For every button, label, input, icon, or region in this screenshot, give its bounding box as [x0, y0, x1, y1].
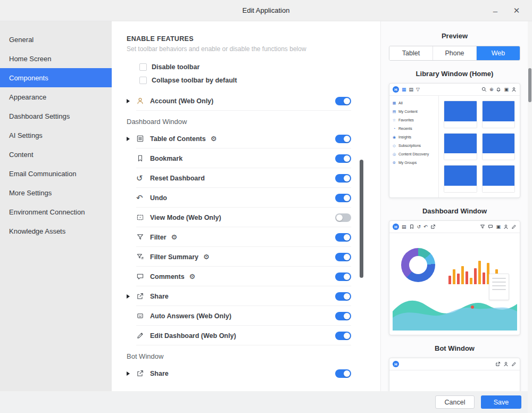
person-icon	[503, 224, 509, 229]
list-item-label: My Groups	[398, 161, 417, 164]
content-tile	[482, 133, 516, 161]
toggle-view-mode[interactable]	[335, 213, 351, 222]
sidebar-item-content[interactable]: Content	[0, 145, 112, 164]
checkbox-icon[interactable]	[139, 77, 147, 84]
expand-arrow-icon[interactable]	[127, 137, 136, 141]
sidebar-item-label: Home Screen	[9, 55, 51, 63]
dashboard-window-title: Dashboard Window	[389, 207, 520, 215]
list-view-icon: ▤	[409, 87, 414, 92]
list-item: ◎Content Discovery	[392, 150, 436, 158]
sidebar-item-ai-settings[interactable]: AI Settings	[0, 126, 112, 145]
expand-arrow-icon[interactable]	[127, 371, 136, 376]
disable-toolbar-checkbox-row[interactable]: Disable toolbar	[139, 60, 380, 73]
toggle-filter-summary[interactable]	[335, 253, 351, 261]
feature-row-reset-dashboard: ↺ Reset Dashboard	[127, 168, 351, 188]
list-item: ◉Insights	[392, 133, 436, 141]
sidebar-item-knowledge-assets[interactable]: Knowledge Assets	[0, 221, 112, 241]
toggle-table-of-contents[interactable]	[335, 135, 351, 143]
window-scrollbar[interactable]	[528, 21, 532, 413]
bot-preview-toolbar: H	[389, 358, 520, 370]
toggle-edit-dashboard[interactable]	[335, 332, 351, 340]
list-item: ▦All	[392, 98, 436, 107]
add-icon: ⊕	[489, 87, 494, 92]
subscriptions-icon: ◇	[392, 144, 396, 147]
toggle-auto-answers[interactable]	[335, 312, 351, 320]
share-icon	[136, 369, 150, 377]
sidebar-item-home-screen[interactable]: Home Screen	[0, 49, 112, 68]
minimize-icon[interactable]: –	[486, 0, 504, 21]
toggle-bookmark[interactable]	[335, 154, 351, 163]
checkbox-label: Collapse toolbar by default	[152, 77, 237, 84]
filter-icon: ▽	[416, 87, 420, 92]
toggle-comments[interactable]	[335, 272, 351, 281]
app-logo-badge: H	[393, 361, 399, 367]
sidebar-item-general[interactable]: General	[0, 30, 112, 49]
sidebar-item-label: Email Communication	[9, 170, 76, 178]
tab-web[interactable]: Web	[476, 46, 520, 60]
close-icon[interactable]: ✕	[508, 0, 526, 21]
feature-label: Share	[150, 293, 169, 300]
calendar-icon: ▣	[504, 87, 509, 92]
sidebar-item-appearance[interactable]: Appearance	[0, 87, 112, 106]
cancel-button[interactable]: Cancel	[435, 395, 475, 409]
edit-pencil-icon	[136, 332, 150, 340]
feature-row-account: Account (Web Only)	[127, 91, 351, 111]
checkbox-icon[interactable]	[139, 63, 147, 71]
list-item: ▤My Content	[392, 107, 436, 115]
bookmark-icon	[409, 224, 414, 229]
gear-icon[interactable]: ⚙	[211, 135, 217, 142]
gear-icon[interactable]: ⚙	[171, 234, 178, 241]
library-preview-sidebar: ▦All ▤My Content ☆Favorites ◔Recents ◉In…	[389, 96, 439, 197]
bell-icon	[496, 87, 501, 92]
sidebar-item-dashboard-settings[interactable]: Dashboard Settings	[0, 106, 112, 126]
feature-row-filter-summary: Filter Summary ⚙	[127, 247, 351, 267]
recents-icon: ◔	[392, 127, 396, 130]
edit-application-dialog: Edit Application – ✕ General Home Screen…	[0, 0, 532, 413]
collapse-toolbar-checkbox-row[interactable]: Collapse toolbar by default	[139, 73, 380, 87]
content-tile	[482, 165, 516, 193]
person-icon	[511, 87, 517, 92]
toggle-filter[interactable]	[335, 233, 351, 242]
expand-arrow-icon[interactable]	[127, 99, 136, 103]
list-item: ◇Subscriptions	[392, 141, 436, 150]
sidebar-item-label: Appearance	[9, 93, 46, 101]
sidebar-item-email-communication[interactable]: Email Communication	[0, 164, 112, 183]
sidebar-item-label: General	[9, 36, 34, 44]
sidebar-item-label: Environment Connection	[9, 208, 85, 216]
app-logo-badge: H	[393, 86, 399, 93]
expand-arrow-icon[interactable]	[127, 294, 136, 299]
feature-row-table-of-contents: Table of Contents ⚙	[127, 129, 351, 148]
tab-phone[interactable]: Phone	[433, 46, 476, 60]
section-title-dashboard-window: Dashboard Window	[127, 114, 380, 129]
sidebar-item-label: AI Settings	[9, 131, 43, 139]
favorites-icon: ☆	[392, 118, 396, 122]
comments-icon	[136, 272, 150, 280]
sidebar-item-components[interactable]: Components	[0, 68, 112, 87]
edit-pencil-icon	[511, 224, 517, 229]
library-preview-grid	[439, 96, 520, 197]
dialog-footer: Cancel Save	[0, 391, 532, 413]
gear-icon[interactable]: ⚙	[203, 253, 210, 260]
list-item-label: Content Discovery	[398, 152, 429, 156]
window-scrollbar-thumb[interactable]	[528, 68, 531, 102]
sidebar-item-more-settings[interactable]: More Settings	[0, 183, 112, 202]
toggle-share[interactable]	[335, 292, 351, 301]
list-item-label: Recents	[398, 127, 412, 130]
reset-icon: ↺	[136, 174, 150, 182]
toggle-knob	[344, 98, 350, 104]
content-scrollbar[interactable]	[360, 160, 363, 278]
toggle-bot-share[interactable]	[335, 369, 351, 378]
feature-row-share: Share	[127, 286, 351, 306]
toggle-reset-dashboard[interactable]	[335, 174, 351, 183]
save-button[interactable]: Save	[481, 395, 521, 409]
bot-window-title: Bot Window	[389, 344, 520, 352]
gear-icon[interactable]: ⚙	[189, 273, 196, 280]
toggle-undo[interactable]	[335, 194, 351, 202]
toggle-account[interactable]	[335, 97, 351, 105]
tab-tablet[interactable]: Tablet	[389, 46, 433, 60]
toggle-knob	[344, 254, 350, 260]
sidebar-item-environment-connection[interactable]: Environment Connection	[0, 202, 112, 221]
dashboard-preview-body	[389, 233, 520, 335]
filter-icon	[136, 233, 150, 241]
library-preview-card: H ▦ ▤ ▽ ⊕ ▣ ▦All ▤My Content ☆Favorites …	[389, 83, 520, 198]
